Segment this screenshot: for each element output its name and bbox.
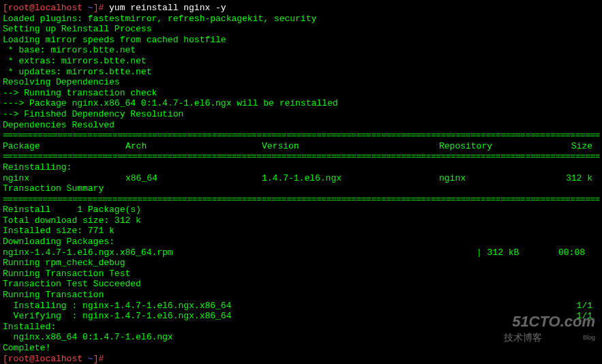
verify-text: Verifying : nginx-1.4.7-1.el6.ngx.x86_64 bbox=[3, 311, 577, 322]
complete-line: Complete! bbox=[3, 343, 599, 354]
cell-arch: x86_64 bbox=[125, 173, 262, 184]
prompt-path: ~ bbox=[88, 354, 93, 364]
cell-size: 312 k bbox=[548, 173, 599, 184]
header-size: Size bbox=[548, 141, 599, 152]
watermark-line2: 技术博客Blog bbox=[504, 332, 595, 344]
cell-package: nginx bbox=[3, 173, 125, 184]
output-line: Running Transaction bbox=[3, 290, 599, 301]
prompt-path: ~ bbox=[88, 3, 93, 13]
output-line: Setting up Reinstall Process bbox=[3, 24, 599, 35]
download-file: nginx-1.4.7-1.el6.ngx.x86_64.rpm bbox=[3, 247, 477, 258]
prompt-end: ]# bbox=[93, 3, 109, 13]
output-line: * base: mirrors.btte.net bbox=[3, 45, 599, 56]
output-line: Running rpm_check_debug bbox=[3, 258, 599, 269]
prompt-user-host: [root@localhost bbox=[3, 3, 88, 13]
output-line: Transaction Test Succeeded bbox=[3, 279, 599, 290]
install-count: 1/1 bbox=[577, 301, 599, 312]
header-version: Version bbox=[262, 141, 439, 152]
output-line: * extras: mirrors.btte.net bbox=[3, 56, 599, 67]
watermark-line1: 51CTO.com bbox=[504, 313, 595, 331]
install-text: Installing : nginx-1.4.7-1.el6.ngx.x86_6… bbox=[3, 301, 577, 312]
table-section: Reinstalling: bbox=[3, 162, 599, 173]
output-line: Running Transaction Test bbox=[3, 269, 599, 279]
download-size: | 312 kB bbox=[477, 247, 558, 258]
header-arch: Arch bbox=[125, 141, 262, 152]
prompt-user-host: [root@localhost bbox=[3, 354, 88, 364]
cell-version: 1.4.7-1.el6.ngx bbox=[262, 173, 439, 184]
output-line: Loading mirror speeds from cached hostfi… bbox=[3, 35, 599, 46]
download-time: 00:08 bbox=[558, 247, 599, 258]
output-line: --> Running transaction check bbox=[3, 88, 599, 99]
watermark: 51CTO.com 技术博客Blog bbox=[504, 313, 595, 344]
command-text: yum reinstall nginx -y bbox=[109, 3, 226, 13]
output-line: Resolving Dependencies bbox=[3, 77, 599, 88]
output-line: Downloading Packages: bbox=[3, 237, 599, 247]
header-repo: Repository bbox=[439, 141, 548, 152]
cell-repo: nginx bbox=[439, 173, 548, 184]
output-line: * updates: mirrors.btte.net bbox=[3, 67, 599, 78]
install-row: Installing : nginx-1.4.7-1.el6.ngx.x86_6… bbox=[3, 301, 599, 312]
summary-line: Reinstall 1 Package(s) bbox=[3, 204, 599, 215]
prompt-line[interactable]: [root@localhost ~]# yum reinstall nginx … bbox=[3, 3, 599, 14]
header-package: Package bbox=[3, 141, 125, 152]
download-row: nginx-1.4.7-1.el6.ngx.x86_64.rpm | 312 k… bbox=[3, 247, 599, 258]
table-row: nginx x86_64 1.4.7-1.el6.ngx nginx 312 k bbox=[3, 173, 599, 184]
output-line: Loaded plugins: fastestmirror, refresh-p… bbox=[3, 14, 599, 25]
terminal-output: [root@localhost ~]# yum reinstall nginx … bbox=[3, 3, 599, 364]
prompt-line[interactable]: [root@localhost ~]# bbox=[3, 354, 599, 364]
output-line: Total download size: 312 k bbox=[3, 215, 599, 226]
output-line: --> Finished Dependency Resolution bbox=[3, 109, 599, 120]
separator: ========================================… bbox=[3, 151, 599, 162]
table-header: Package Arch Version Repository Size bbox=[3, 141, 599, 152]
prompt-end: ]# bbox=[93, 354, 109, 364]
output-line: Dependencies Resolved bbox=[3, 120, 599, 131]
separator: ========================================… bbox=[3, 194, 599, 205]
output-line: ---> Package nginx.x86_64 0:1.4.7-1.el6.… bbox=[3, 98, 599, 109]
summary-title: Transaction Summary bbox=[3, 183, 599, 194]
separator: ========================================… bbox=[3, 130, 599, 141]
output-line: Installed size: 771 k bbox=[3, 226, 599, 237]
